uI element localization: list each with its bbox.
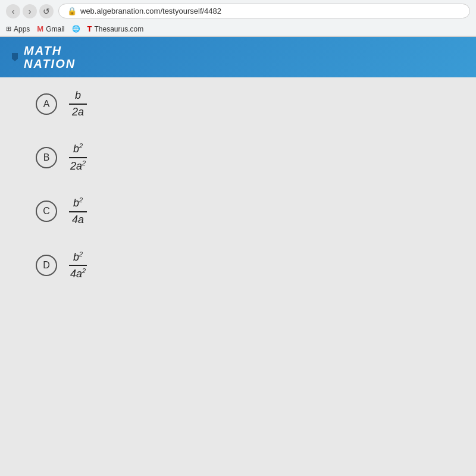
math-nation-header: MATH NATION <box>0 37 476 77</box>
choice-c-fraction: b2 4a <box>69 196 87 226</box>
choice-d-bar <box>69 265 87 266</box>
choice-a[interactable]: A b 2a <box>36 89 440 118</box>
choice-a-label: A <box>43 99 50 109</box>
chrome-icon: 🌐 <box>72 25 80 33</box>
nav-buttons: ‹ › ↺ <box>6 4 54 18</box>
thesaurus-label: Thesaurus.com <box>95 25 144 33</box>
apps-grid-icon: ⊞ <box>6 25 11 33</box>
back-button[interactable]: ‹ <box>6 4 20 18</box>
gmail-label: Gmail <box>46 25 64 33</box>
choice-c-label: C <box>43 206 50 217</box>
choice-c-denominator: 4a <box>72 214 84 227</box>
choice-d-circle: D <box>36 255 57 276</box>
choice-c[interactable]: C b2 4a <box>36 196 440 226</box>
choice-d-fraction: b2 4a2 <box>69 250 87 281</box>
choice-a-circle: A <box>36 93 57 115</box>
forward-button[interactable]: › <box>23 4 37 18</box>
bookmark-gmail[interactable]: M Gmail <box>37 24 64 33</box>
choice-d-numerator: b2 <box>73 250 83 264</box>
math-nation-logo: MATH NATION <box>24 44 76 70</box>
choice-a-denominator: 2a <box>72 106 84 119</box>
bookmark-thesaurus[interactable]: T Thesaurus.com <box>87 24 144 33</box>
logo-nation-text: NATION <box>24 57 76 70</box>
browser-chrome: ‹ › ↺ 🔒 web.algebranation.com/testyourse… <box>0 0 476 37</box>
bookmark-chrome[interactable]: 🌐 <box>72 25 80 33</box>
answers-container: A b 2a B b2 2a2 C b2 <box>0 77 476 293</box>
choice-c-bar <box>69 211 87 212</box>
page-content: MATH NATION A b 2a B b2 2a2 <box>0 37 476 471</box>
choice-d-label: D <box>43 260 50 271</box>
choice-c-numerator: b2 <box>73 196 83 210</box>
choice-c-circle: C <box>36 201 57 222</box>
choice-b-circle: B <box>36 147 57 168</box>
choice-b-numerator: b2 <box>73 142 83 156</box>
choice-a-fraction: b 2a <box>69 89 87 118</box>
choice-d-denominator: 4a2 <box>70 267 86 281</box>
bookmark-apps[interactable]: ⊞ Apps <box>6 25 30 33</box>
gmail-icon: M <box>37 24 43 33</box>
choice-b[interactable]: B b2 2a2 <box>36 142 440 173</box>
choice-b-bar <box>69 157 87 158</box>
flag-icon <box>12 53 18 61</box>
choice-b-label: B <box>43 152 50 163</box>
choice-a-numerator: b <box>75 89 81 102</box>
address-bar[interactable]: 🔒 web.algebranation.com/testyourself/448… <box>58 4 470 18</box>
thesaurus-icon: T <box>87 24 92 33</box>
browser-toolbar: ‹ › ↺ 🔒 web.algebranation.com/testyourse… <box>0 0 476 22</box>
logo-math-text: MATH <box>24 44 76 57</box>
reload-button[interactable]: ↺ <box>39 4 54 18</box>
choice-b-fraction: b2 2a2 <box>69 142 87 173</box>
lock-icon: 🔒 <box>67 7 77 15</box>
choice-d[interactable]: D b2 4a2 <box>36 250 440 281</box>
choice-a-bar <box>69 104 87 105</box>
choice-b-denominator: 2a2 <box>70 159 86 173</box>
bookmarks-bar: ⊞ Apps M Gmail 🌐 T Thesaurus.com <box>0 22 476 36</box>
url-text: web.algebranation.com/testyourself/4482 <box>80 7 221 15</box>
apps-label: Apps <box>14 25 30 33</box>
